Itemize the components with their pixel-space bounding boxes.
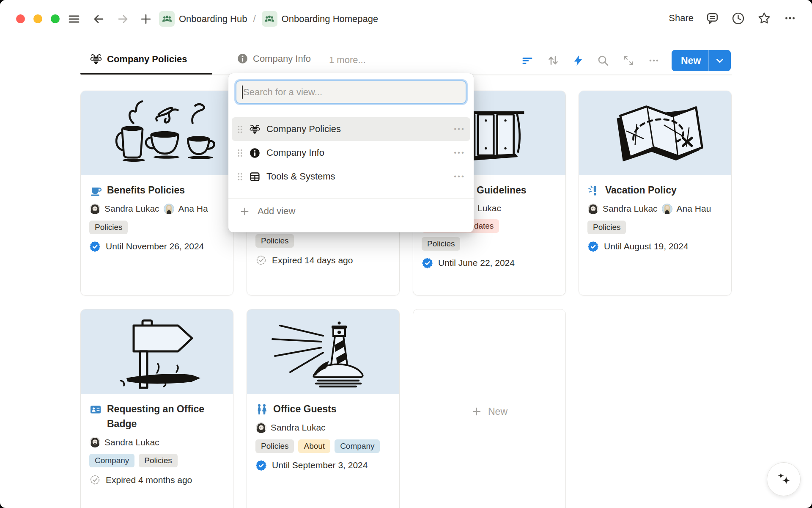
breadcrumb-item[interactable]: Onboarding Hub	[179, 14, 247, 25]
card-cover	[81, 91, 233, 175]
active-tab-underline	[80, 73, 212, 75]
signpost-illustration	[91, 314, 222, 390]
card-office-guests[interactable]: Office Guests Sandra Lukac Policies Abou…	[247, 309, 400, 508]
tag-company: Company	[335, 439, 380, 453]
new-page-icon[interactable]	[139, 12, 153, 26]
card-people: Sandra Lukac	[89, 436, 225, 448]
forward-icon[interactable]	[116, 12, 130, 26]
card-requesting-office-badge[interactable]: Requesting an Office Badge Sandra Lukac …	[80, 309, 233, 508]
card-cover	[81, 309, 233, 394]
card-title: Office Guests	[273, 402, 337, 417]
tag-policies: Policies	[587, 221, 626, 234]
card-title: Vacation Policy	[605, 183, 677, 198]
expired-check-icon	[255, 254, 267, 266]
card-cover	[579, 91, 731, 175]
person-name: Sandra Lukac	[104, 437, 159, 447]
card-people: Sandra Lukac Ana Hau	[587, 203, 723, 215]
person-name: Sandra Lukac	[603, 204, 658, 214]
view-options-icon[interactable]	[647, 54, 660, 67]
window-top-bar: Onboarding Hub / Onboarding Homepage Sha…	[0, 0, 812, 38]
sidebar-menu-icon[interactable]	[67, 12, 81, 26]
card-title: Benefits Policies	[107, 183, 185, 198]
view-menu-item-tools-systems[interactable]: Tools & Systems •••	[232, 165, 470, 188]
ai-assistant-button[interactable]	[767, 462, 801, 496]
avatar	[163, 203, 175, 215]
new-button[interactable]: New	[672, 50, 731, 71]
status-text: Until August 19, 2024	[604, 241, 689, 251]
person-name: Sandra Lukac	[104, 204, 159, 214]
new-button-label: New	[672, 55, 701, 66]
search-icon[interactable]	[597, 54, 609, 67]
card-people: Sandra Lukac	[255, 422, 391, 433]
new-card-label: New	[488, 406, 508, 417]
tag-policies: Policies	[255, 234, 294, 248]
breadcrumb: Onboarding Hub / Onboarding Homepage	[159, 11, 378, 27]
new-dropdown-chevron-icon[interactable]	[709, 55, 731, 66]
view-search-field[interactable]	[236, 80, 466, 104]
tag-policies: Policies	[139, 454, 177, 467]
breadcrumb-separator: /	[253, 14, 255, 25]
view-menu-item-company-info[interactable]: Company Info •••	[232, 141, 470, 165]
verified-badge-icon	[255, 460, 267, 471]
expand-icon[interactable]	[622, 54, 635, 67]
text-cursor	[242, 86, 243, 99]
workspace-people-icon[interactable]	[159, 11, 175, 27]
view-menu-item-company-policies[interactable]: Company Policies •••	[232, 117, 470, 141]
view-options-icon[interactable]: •••	[454, 172, 465, 181]
expired-check-icon	[89, 474, 101, 486]
page-people-icon[interactable]	[262, 11, 277, 27]
card-vacation-policy[interactable]: Vacation Policy Sandra Lukac Ana Hau Pol…	[579, 91, 732, 295]
drag-handle-icon[interactable]	[237, 125, 243, 134]
filter-icon[interactable]	[521, 54, 534, 67]
card-people: Sandra Lukac Ana Ha	[89, 203, 225, 215]
tag-company: Company	[89, 454, 134, 467]
card-title: Requesting an Office Badge	[107, 402, 221, 431]
drag-handle-icon[interactable]	[237, 149, 243, 157]
person-name: Ana Hau	[677, 204, 711, 214]
new-card-button[interactable]: New	[413, 309, 566, 508]
window-minimize-button[interactable]	[33, 14, 42, 23]
table-icon	[249, 171, 261, 182]
status-text: Until September 3, 2024	[272, 460, 368, 470]
verified-badge-icon	[422, 257, 433, 269]
view-menu-item-label: Company Info	[266, 147, 448, 158]
tab-company-policies[interactable]: Company Policies	[90, 53, 187, 66]
person-name: Sandra Lukac	[271, 422, 326, 433]
breadcrumb-item[interactable]: Onboarding Homepage	[282, 14, 379, 25]
info-icon	[249, 147, 261, 159]
more-views-button[interactable]: 1 more...	[329, 55, 366, 66]
view-options-icon[interactable]: •••	[454, 149, 465, 157]
more-options-icon[interactable]	[783, 11, 797, 25]
person-name: Ana Ha	[178, 204, 208, 214]
status-text: Until June 22, 2024	[438, 258, 515, 268]
tab-company-info[interactable]: Company Info	[237, 53, 311, 64]
drag-handle-icon[interactable]	[237, 172, 243, 181]
history-clock-icon[interactable]	[731, 11, 745, 25]
sort-icon[interactable]	[547, 54, 560, 67]
share-button[interactable]: Share	[669, 13, 694, 24]
window-zoom-button[interactable]	[51, 14, 60, 23]
tab-label: Company Info	[253, 53, 311, 64]
lighthouse-illustration	[258, 314, 389, 390]
add-view-button[interactable]: Add view	[228, 199, 474, 224]
card-benefits-policies[interactable]: Benefits Policies Sandra Lukac Ana Ha Po…	[80, 91, 233, 295]
card-cover	[247, 309, 399, 394]
tab-label: Company Policies	[107, 54, 187, 65]
avatar	[255, 422, 267, 433]
view-search-input[interactable]	[236, 81, 466, 103]
favorite-star-icon[interactable]	[757, 11, 771, 25]
status-text: Until November 26, 2024	[106, 241, 204, 251]
comments-icon[interactable]	[705, 11, 719, 25]
avatar	[89, 203, 101, 215]
back-icon[interactable]	[91, 12, 106, 26]
bee-icon	[249, 124, 261, 135]
view-switcher-menu: Company Policies ••• Company Info ••• To…	[228, 73, 474, 232]
tag-policies: Policies	[89, 221, 128, 234]
screen: Onboarding Hub / Onboarding Homepage Sha…	[0, 0, 812, 508]
automations-lightning-icon[interactable]	[572, 54, 584, 67]
window-close-button[interactable]	[16, 14, 25, 23]
alert-rays-icon	[587, 184, 600, 197]
view-menu-item-label: Tools & Systems	[266, 171, 448, 182]
tag-policies: Policies	[422, 237, 460, 251]
view-options-icon[interactable]: •••	[454, 125, 465, 133]
